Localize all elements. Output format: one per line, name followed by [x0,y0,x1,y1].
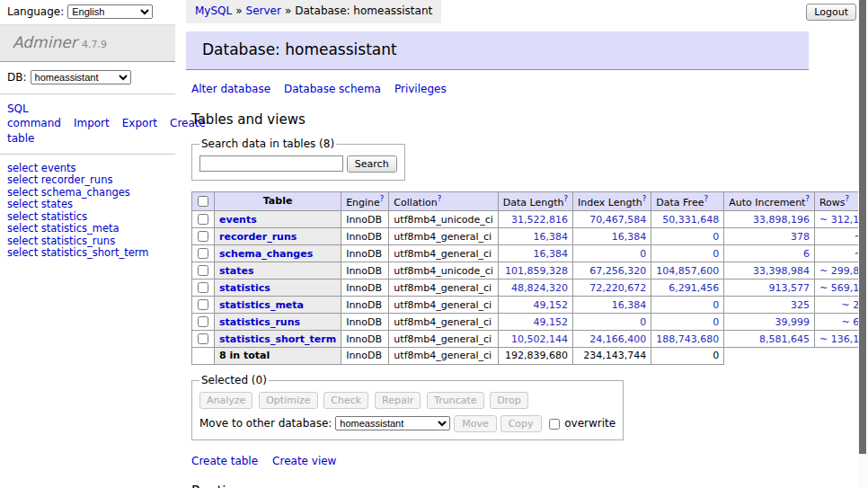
engine-cell: InnoDB [341,297,389,314]
table-name-link[interactable]: schema_changes [219,248,313,260]
search-input[interactable] [199,155,343,172]
alter-database-link[interactable]: Alter database [191,83,270,95]
database-schema-link[interactable]: Database schema [284,83,381,95]
row-checkbox[interactable] [198,333,208,344]
totals-engine: InnoDB [341,348,389,365]
vertical-scrollbar[interactable] [858,0,868,488]
logout-button[interactable]: Logout [806,4,856,21]
collation-cell: utf8mb4_general_ci [389,314,498,331]
breadcrumb-server-link[interactable]: Server [246,4,281,17]
search-button[interactable]: Search [347,155,397,173]
table-row: statesInnoDButf8mb4_unicode_ci101,859,32… [192,262,868,279]
privileges-link[interactable]: Privileges [394,83,447,95]
help-link[interactable]: ? [846,194,850,203]
data-free-cell: 50,331,648 [651,211,724,228]
sidebar-select-table-link[interactable]: select statistics_short_term [7,247,168,259]
sidebar-select-table-link[interactable]: select statistics_meta [7,223,168,235]
db-select[interactable]: homeassistant [31,70,131,84]
auto-increment-cell: 378 [724,228,815,245]
table-name-link[interactable]: statistics_runs [219,316,300,328]
sidebar-select-table-link[interactable]: select events [7,163,168,174]
overwrite-label-wrap: overwrite [548,417,616,430]
help-link[interactable]: ? [642,194,647,203]
row-checkbox[interactable] [198,282,208,293]
engine-cell: InnoDB [341,228,389,245]
repair-button[interactable]: Repair [375,392,421,409]
totals-label: 8 in total [215,348,341,365]
scrollbar-thumb[interactable] [859,0,866,454]
data-length-cell: 49,152 [498,297,572,314]
language-label: Language: [7,5,64,18]
sql-command-link[interactable]: SQL command [7,102,61,129]
truncate-button[interactable]: Truncate [427,392,483,409]
row-checkbox[interactable] [198,231,208,242]
auto-increment-cell: 33,898,196 [724,211,815,228]
table-name-link[interactable]: statistics [219,282,270,294]
tables-and-views-heading: Tables and views [191,111,809,129]
engine-cell: InnoDB [341,262,389,279]
totals-data-free: 0 [651,348,724,365]
move-database-select[interactable]: homeassistant [335,416,450,430]
sidebar-select-table-link[interactable]: select statistics [7,211,168,223]
db-selector-row: DB:homeassistant [0,62,175,94]
help-link[interactable]: ? [380,194,385,203]
select-all-checkbox[interactable] [198,196,208,207]
auto-increment-cell: 33,398,984 [724,262,815,279]
totals-index-length: 234,143,744 [573,348,651,365]
language-bar: Language:English [0,0,175,25]
collation-cell: utf8mb4_general_ci [389,297,498,314]
auto-increment-cell: 325 [724,297,815,314]
table-name-link[interactable]: events [219,214,257,226]
table-name-cell: schema_changes [215,245,341,262]
sidebar-select-table-link[interactable]: select states [7,199,168,210]
row-checkbox[interactable] [198,265,208,276]
copy-button[interactable]: Copy [500,415,542,432]
column-header-data-length: Data Length? [498,192,572,211]
row-checkbox[interactable] [198,248,208,259]
check-button[interactable]: Check [323,392,368,409]
table-row: eventsInnoDButf8mb4_unicode_ci31,522,816… [192,211,868,228]
row-checkbox-cell [192,279,215,297]
help-link[interactable]: ? [805,194,810,203]
help-link[interactable]: ? [564,194,569,203]
row-checkbox[interactable] [198,316,208,327]
overwrite-checkbox[interactable] [549,419,560,430]
help-link[interactable]: ? [704,194,708,203]
create-table-link-bottom[interactable]: Create table [191,455,258,467]
table-name-link[interactable]: recorder_runs [219,231,297,243]
table-name-link[interactable]: states [219,265,254,277]
index-length-cell: 0 [573,245,651,262]
breadcrumb-separator: » [285,4,291,17]
column-header-collation: Collation? [389,192,498,211]
sidebar-select-table-link[interactable]: select statistics_runs [7,235,168,247]
row-checkbox-cell [192,262,215,279]
table-name-link[interactable]: statistics_meta [219,299,304,311]
sidebar-select-table-link[interactable]: select schema_changes [7,187,168,199]
index-length-cell: 67,256,320 [573,262,651,279]
move-button[interactable]: Move [454,415,497,432]
index-length-cell: 24,166,400 [573,331,651,348]
breadcrumb-mysql-link[interactable]: MySQL [195,4,232,17]
data-free-cell: 0 [651,245,724,262]
export-link[interactable]: Export [122,117,157,129]
row-checkbox[interactable] [198,214,208,225]
optimize-button[interactable]: Optimize [259,392,317,409]
import-link[interactable]: Import [74,117,110,129]
drop-button[interactable]: Drop [490,392,527,409]
analyze-button[interactable]: Analyze [199,392,252,409]
collation-cell: utf8mb4_unicode_ci [389,211,498,228]
row-checkbox[interactable] [198,299,208,310]
help-link[interactable]: ? [438,194,442,203]
table-name-link[interactable]: statistics_short_term [219,333,336,345]
table-name-cell: statistics_short_term [215,331,341,348]
sidebar-select-table-link[interactable]: select recorder_runs [7,174,168,186]
data-free-cell: 0 [651,297,724,314]
table-row: statistics_runsInnoDButf8mb4_general_ci4… [192,314,868,331]
data-length-cell: 48,824,320 [498,279,572,297]
data-length-cell: 10,502,144 [498,331,572,348]
table-name-cell: states [215,262,341,279]
create-view-link[interactable]: Create view [272,455,336,467]
move-label: Move to other database: [199,417,332,430]
row-checkbox-cell [192,331,215,348]
language-select[interactable]: English [67,4,153,19]
